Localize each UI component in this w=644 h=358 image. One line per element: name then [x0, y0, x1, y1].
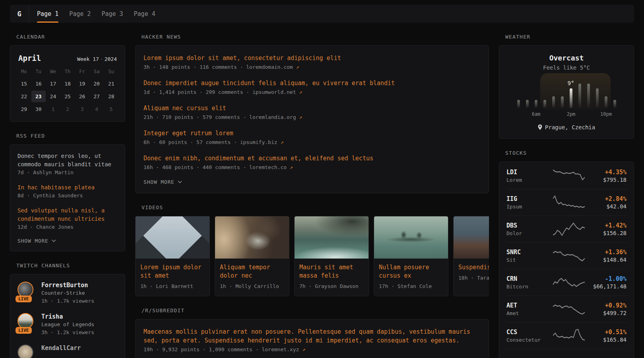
reddit-post-link[interactable]: Maecenas mollis pulvinar erat non posuer…	[144, 327, 481, 345]
twitch-channel-name: KendallCarr	[41, 344, 81, 352]
video-thumbnail[interactable]	[215, 216, 289, 259]
weather-section-header: WEATHER	[505, 34, 634, 40]
video-card[interactable]: Nullam posuere cursus ex 17h · Stefan Co…	[374, 216, 448, 296]
hackernews-item-link[interactable]: Aliquam nec cursus elit	[144, 104, 481, 113]
stock-row[interactable]: LDI Lorem +4.35% $795.18	[506, 163, 627, 189]
tab-page-1[interactable]: Page 1	[37, 5, 58, 23]
stock-ticker: DBS	[506, 222, 549, 230]
calendar-week-label: Week 17	[77, 56, 99, 62]
domain-link[interactable]: loremtech.co	[249, 164, 287, 170]
video-thumbnail[interactable]	[136, 216, 209, 259]
video-title-link[interactable]: Aliquam tempor dolor nec pharetra…	[220, 263, 284, 280]
hackernews-item-meta: 3h · 148 points · 116 comments · loremdo…	[144, 63, 481, 71]
video-title-link[interactable]: Suspendisse diam	[458, 263, 489, 272]
stock-sparkline	[549, 274, 588, 290]
left-column: CALENDAR April Week 17·2024 Mo Tu We Th …	[10, 23, 125, 358]
video-card[interactable]: Aliquam tempor dolor nec pharetra… 1h · …	[215, 216, 289, 296]
domain-link[interactable]: ipsumworld.net	[252, 89, 296, 95]
chevron-down-icon	[178, 181, 182, 183]
external-link-icon: ↗	[302, 346, 305, 352]
video-thumbnail[interactable]	[295, 216, 369, 259]
hackernews-show-more-button[interactable]: SHOW MORE	[144, 179, 481, 185]
middle-column: HACKER NEWS Lorem ipsum dolor sit amet, …	[135, 23, 489, 358]
twitch-channel-row[interactable]: KendallCarr	[17, 344, 118, 358]
calendar-day: 17	[46, 78, 60, 90]
dashboard-page: G Page 1 Page 2 Page 3 Page 4 CALENDAR A…	[0, 0, 644, 358]
weather-bar	[552, 96, 555, 108]
video-card[interactable]: Suspendisse diam 18h · Tara	[453, 216, 489, 296]
domain-link[interactable]: loremnet.xyz	[262, 346, 299, 352]
stock-row[interactable]: AET Amet +0.92% $499.72	[506, 296, 627, 322]
stock-ticker: SNRC	[506, 248, 549, 256]
stock-sparkline	[549, 248, 588, 264]
calendar-year: 2024	[105, 56, 117, 62]
subreddit-section-header: /R/SUBREDDIT	[142, 307, 489, 313]
video-title-link[interactable]: Mauris sit amet massa felis	[299, 263, 364, 280]
stock-row[interactable]: CCS Consectetur +0.51% $165.84	[506, 322, 627, 349]
twitch-channel-row[interactable]: LIVE ForrestBurton Counter-Strike 1h · 1…	[17, 282, 118, 305]
video-card[interactable]: Lorem ipsum dolor sit amet consectetu… 1…	[135, 216, 210, 296]
calendar-dow: Tu	[31, 66, 46, 77]
hackernews-item-link[interactable]: Donec enim nibh, condimentum et accumsan…	[144, 154, 481, 163]
twitch-channel-row[interactable]: LIVE Trisha League of Legends 3h · 1.2k …	[17, 313, 118, 337]
stock-row[interactable]: CRN Bitcorn -1.00% $66,171.48	[506, 269, 627, 296]
stock-price: $148.64	[588, 256, 627, 264]
app-logo[interactable]: G	[10, 5, 29, 23]
calendar-separator: ·	[99, 56, 105, 62]
hackernews-item-link[interactable]: Lorem ipsum dolor sit amet, consectetur …	[144, 54, 481, 62]
calendar-day: 25	[60, 91, 75, 102]
rss-item-link[interactable]: In hac habitasse platea	[17, 183, 118, 192]
rss-show-more-button[interactable]: SHOW MORE	[17, 238, 118, 244]
video-thumbnail[interactable]	[454, 216, 489, 259]
stock-row[interactable]: IIG Ipsum +2.84% $42.04	[506, 189, 627, 216]
stock-ticker: AET	[506, 302, 549, 309]
tab-page-3[interactable]: Page 3	[101, 5, 123, 23]
video-thumbnail[interactable]	[374, 216, 448, 259]
video-title-link[interactable]: Lorem ipsum dolor sit amet consectetu…	[140, 263, 205, 280]
stock-row[interactable]: DBS Dolor +1.42% $156.28	[506, 216, 627, 242]
avatar	[17, 282, 33, 298]
tab-page-2[interactable]: Page 2	[69, 5, 91, 23]
domain-link[interactable]: loremdomain.com	[246, 64, 293, 70]
calendar-day-next-month: 1	[46, 103, 60, 115]
calendar-day: 27	[89, 91, 104, 102]
weather-location: Prague, Czechia	[506, 124, 627, 130]
twitch-section-header: TWITCH CHANNELS	[16, 263, 125, 268]
stock-change: +0.51%	[588, 328, 627, 336]
video-card[interactable]: Mauris sit amet massa felis 7h · Grayson…	[294, 216, 369, 296]
external-link-icon: ↗	[299, 89, 302, 95]
calendar-dow: We	[46, 66, 60, 77]
stock-change: +1.42%	[588, 222, 627, 230]
weather-bar	[596, 88, 599, 108]
rss-item-link[interactable]: Sed volutpat nulla nisl, a condimentum n…	[17, 206, 118, 223]
stock-name: Sit	[506, 256, 549, 264]
axis-label: 10pm	[600, 111, 612, 117]
rss-item-link[interactable]: Donec tempor eros leo, ut commodo mauris…	[17, 152, 118, 169]
subreddit-widget: Maecenas mollis pulvinar erat non posuer…	[135, 319, 489, 358]
external-link-icon: ↗	[299, 114, 302, 120]
rss-item-meta: 8d · Cynthia Saunders	[17, 192, 118, 200]
tab-page-4[interactable]: Page 4	[134, 5, 155, 23]
stock-ticker: LDI	[506, 168, 549, 176]
stock-row[interactable]: SNRC Sit +1.36% $148.64	[506, 242, 627, 269]
calendar-dow: Fr	[75, 66, 89, 77]
stock-sparkline	[549, 221, 588, 237]
chevron-down-icon	[52, 239, 56, 242]
calendar-day: 18	[60, 78, 75, 90]
video-title-link[interactable]: Nullam posuere cursus ex	[379, 263, 443, 280]
stock-name: Consectetur	[506, 336, 549, 344]
stock-ticker: CCS	[506, 328, 549, 336]
twitch-channel-meta: 1h · 1.7k viewers	[41, 297, 94, 305]
domain-link[interactable]: loremlandia.org	[249, 114, 296, 120]
stock-row[interactable]: AHS +0.46%	[506, 349, 627, 358]
hackernews-item-link[interactable]: Integer eget rutrum lorem	[144, 129, 481, 138]
location-pin-icon	[538, 125, 542, 130]
domain-link[interactable]: ipsumify.biz	[240, 139, 277, 145]
external-link-icon: ↗	[290, 164, 293, 170]
hackernews-item-link[interactable]: Donec imperdiet augue tincidunt felis al…	[144, 79, 481, 88]
hackernews-item: Donec enim nibh, condimentum et accumsan…	[144, 154, 481, 171]
stock-sparkline	[549, 354, 588, 358]
hackernews-item-meta: 6h · 60 points · 57 comments · ipsumify.…	[144, 138, 481, 146]
calendar-week-year: Week 17·2024	[77, 56, 117, 62]
stocks-section-header: STOCKS	[505, 150, 634, 156]
